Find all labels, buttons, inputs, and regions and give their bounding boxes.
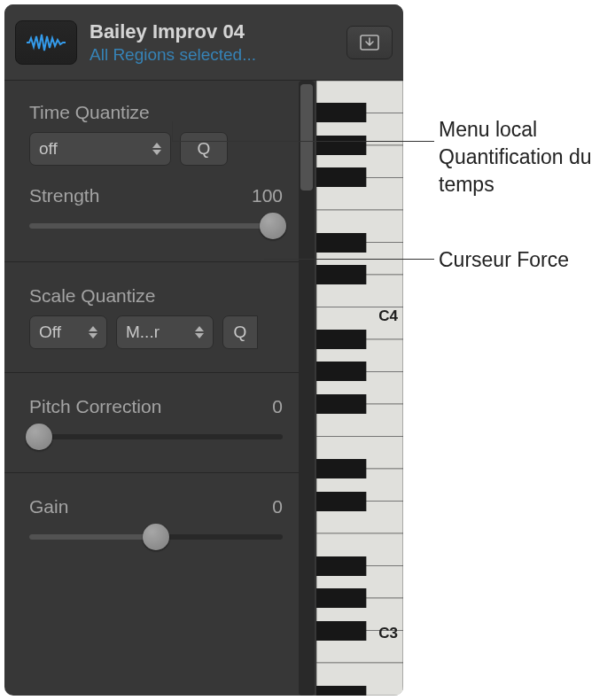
strength-label: Strength — [29, 185, 99, 206]
time-quantize-menu[interactable]: off — [29, 132, 171, 166]
panel-content: Time Quantize off Q Strength 100 — [4, 81, 403, 696]
strength-value[interactable]: 100 — [252, 185, 283, 206]
scale-key-menu[interactable]: Off — [29, 315, 107, 349]
piano-keyboard[interactable]: C4 C3 — [316, 81, 403, 696]
catch-menu-button[interactable] — [346, 26, 393, 59]
piano-label-c3: C3 — [378, 625, 398, 642]
scale-type-menu[interactable]: M...r — [116, 315, 214, 349]
region-subtitle[interactable]: All Regions selected... — [90, 45, 338, 65]
svg-rect-25 — [316, 330, 366, 349]
pitch-correction-value[interactable]: 0 — [272, 396, 283, 417]
piano-area: C4 C3 — [299, 81, 403, 696]
svg-rect-33 — [316, 686, 366, 696]
svg-rect-31 — [316, 588, 366, 608]
updown-icon — [89, 326, 97, 338]
svg-rect-28 — [316, 459, 366, 478]
audio-waveform-icon — [27, 33, 66, 52]
slider-thumb[interactable] — [143, 524, 169, 550]
track-type-button[interactable] — [15, 20, 77, 65]
updown-icon — [195, 326, 204, 338]
panel-header: Bailey Improv 04 All Regions selected... — [4, 4, 403, 81]
time-quantize-label: Time Quantize — [29, 102, 283, 123]
svg-rect-27 — [316, 394, 366, 414]
time-quantize-value: off — [39, 139, 58, 159]
gain-slider[interactable] — [29, 525, 283, 549]
slider-thumb[interactable] — [26, 424, 52, 450]
annotation-strength: Curseur Force — [439, 246, 611, 274]
callout-line — [172, 121, 173, 141]
svg-rect-22 — [316, 167, 366, 187]
svg-rect-32 — [316, 621, 366, 641]
callout-line — [264, 259, 434, 260]
gain-value[interactable]: 0 — [272, 496, 283, 517]
strength-slider[interactable] — [29, 214, 283, 238]
scrollbar-thumb[interactable] — [300, 84, 313, 191]
download-box-icon — [360, 35, 379, 51]
inspector-column: Time Quantize off Q Strength 100 — [4, 81, 299, 696]
svg-rect-24 — [316, 265, 366, 284]
piano-label-c4: C4 — [378, 307, 398, 325]
gain-label: Gain — [29, 496, 68, 517]
updown-icon — [152, 143, 161, 155]
scale-quantize-label: Scale Quantize — [29, 285, 283, 307]
pitch-correction-label: Pitch Correction — [29, 396, 161, 417]
svg-rect-26 — [316, 362, 366, 381]
scale-q-button[interactable]: Q — [222, 315, 258, 349]
svg-rect-30 — [316, 556, 366, 576]
pitch-correction-slider[interactable] — [29, 424, 283, 449]
section-divider — [4, 261, 299, 262]
region-title: Bailey Improv 04 — [90, 20, 338, 43]
slider-thumb[interactable] — [260, 213, 286, 239]
svg-rect-20 — [316, 103, 366, 122]
annotation-time-quantize: Menu local Quantification du temps — [439, 116, 611, 198]
svg-rect-23 — [316, 233, 366, 253]
inspector-panel: Bailey Improv 04 All Regions selected...… — [4, 4, 403, 696]
quantize-button[interactable]: Q — [180, 132, 228, 166]
section-divider — [4, 472, 299, 473]
section-divider — [4, 372, 299, 373]
callout-line — [172, 141, 434, 142]
svg-rect-21 — [316, 136, 366, 155]
title-block: Bailey Improv 04 All Regions selected... — [86, 20, 338, 65]
vertical-scrollbar[interactable] — [299, 81, 315, 696]
svg-rect-29 — [316, 492, 366, 511]
